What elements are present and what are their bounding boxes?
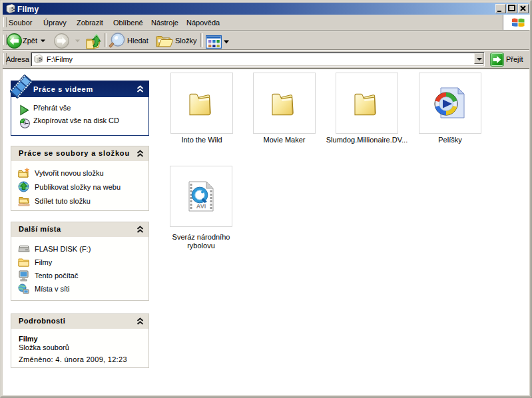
svg-text:AVI: AVI bbox=[196, 203, 206, 210]
